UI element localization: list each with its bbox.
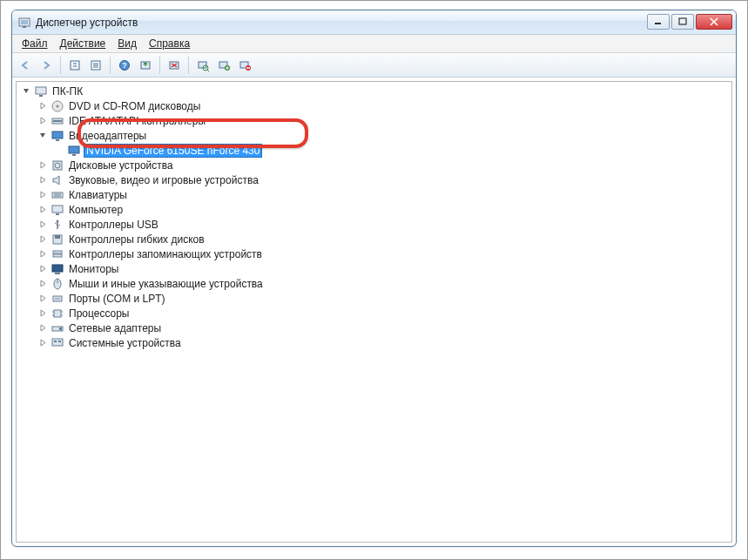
back-button[interactable] [16, 56, 35, 75]
svg-rect-54 [53, 254, 62, 257]
expand-icon[interactable] [38, 160, 48, 170]
show-hidden-button[interactable] [65, 56, 84, 75]
svg-rect-42 [52, 192, 63, 198]
svg-rect-46 [56, 213, 59, 215]
tree-category[interactable]: IDE ATA/ATAPI контроллеры [17, 113, 731, 128]
tree-category[interactable]: Мыши и иные указывающие устройства [17, 276, 731, 291]
tree-category[interactable]: Видеоадаптеры [17, 128, 731, 143]
tree-category[interactable]: Сетевые адаптеры [17, 320, 731, 335]
maximize-button[interactable] [671, 14, 694, 30]
svg-rect-2 [23, 26, 26, 28]
toolbar-separator [60, 57, 61, 74]
svg-point-33 [57, 105, 59, 107]
expand-icon[interactable] [38, 249, 48, 259]
svg-rect-4 [679, 18, 686, 24]
mouse-icon [51, 277, 64, 291]
tree-item-label: IDE ATA/ATAPI контроллеры [67, 115, 207, 127]
tree-category[interactable]: Клавиатуры [17, 187, 731, 202]
svg-rect-72 [58, 341, 61, 342]
collapse-icon[interactable] [22, 86, 31, 96]
tree-root[interactable]: ПК-ПК [17, 84, 731, 98]
tree-item-label: Мониторы [67, 263, 120, 275]
tree-device[interactable]: NVIDIA GeForce 6150SE nForce 430 [17, 143, 731, 158]
tree-category[interactable]: Звуковые, видео и игровые устройства [17, 172, 731, 187]
tree-item-label: Контроллеры USB [67, 219, 160, 231]
tree-item-label: Мыши и иные указывающие устройства [67, 278, 265, 290]
svg-rect-39 [72, 154, 76, 156]
keyboard-icon [51, 188, 64, 202]
tree-item-label: Компьютер [67, 204, 125, 216]
menu-view[interactable]: Вид [111, 36, 143, 51]
toolbar-separator [188, 57, 189, 74]
expand-icon[interactable] [38, 175, 48, 185]
tree-item-label: Контроллеры запоминающих устройств [67, 248, 264, 260]
tree-category[interactable]: Дисковые устройства [17, 158, 731, 172]
toolbar: ? [12, 53, 736, 78]
device-tree[interactable]: ПК-ПКDVD и CD-ROM дисководыIDE ATA/ATAPI… [17, 84, 731, 350]
ide-icon [51, 114, 64, 128]
minimize-button[interactable] [647, 14, 670, 30]
svg-rect-52 [55, 235, 60, 239]
titlebar[interactable]: Диспетчер устройств [12, 10, 736, 35]
expand-icon[interactable] [38, 338, 48, 347]
expand-icon[interactable] [38, 293, 48, 303]
tree-item-label: Звуковые, видео и игровые устройства [67, 174, 260, 186]
scan-hardware-button[interactable] [193, 56, 212, 75]
svg-line-22 [207, 70, 209, 71]
menu-action[interactable]: Действие [54, 36, 112, 51]
properties-button[interactable] [86, 56, 105, 75]
storage-icon [51, 247, 64, 261]
tree-category[interactable]: Процессоры [17, 306, 731, 320]
tree-category[interactable]: DVD и CD-ROM дисководы [17, 98, 731, 113]
expand-icon[interactable] [38, 101, 48, 111]
expand-icon[interactable] [38, 323, 48, 333]
window-title: Диспетчер устройств [36, 17, 645, 29]
tree-item-label: Процессоры [67, 307, 131, 320]
network-icon [51, 321, 64, 335]
tree-category[interactable]: Порты (COM и LPT) [17, 291, 731, 306]
expand-icon[interactable] [38, 219, 48, 229]
svg-rect-56 [55, 273, 60, 274]
tree-item-label: Клавиатуры [67, 189, 129, 201]
tree-item-label: NVIDIA GeForce 6150SE nForce 430 [84, 144, 262, 158]
update-driver-button[interactable] [136, 56, 155, 75]
computer-icon [34, 84, 48, 98]
expand-icon[interactable] [38, 116, 48, 125]
outer-frame: Диспетчер устройств Файл Действие Вид Сп… [0, 0, 748, 560]
collapse-icon[interactable] [38, 131, 48, 140]
expand-icon[interactable] [38, 234, 48, 244]
tree-category[interactable]: Мониторы [17, 261, 731, 276]
device-tree-panel[interactable]: ПК-ПКDVD и CD-ROM дисководыIDE ATA/ATAPI… [16, 81, 732, 543]
add-legacy-button[interactable] [214, 56, 233, 75]
svg-rect-53 [53, 251, 62, 253]
tree-category[interactable]: Компьютер [17, 202, 731, 217]
disc-icon [51, 99, 64, 113]
disable-button[interactable] [235, 56, 254, 75]
expand-icon[interactable] [38, 205, 48, 214]
forward-button[interactable] [37, 56, 56, 75]
expand-icon[interactable] [38, 279, 48, 288]
help-button[interactable]: ? [115, 56, 134, 75]
uninstall-button[interactable] [165, 56, 184, 75]
disk-icon [51, 159, 64, 172]
svg-rect-45 [52, 206, 63, 213]
menu-file[interactable]: Файл [16, 36, 54, 51]
tree-category[interactable]: Контроллеры USB [17, 217, 731, 232]
tree-category[interactable]: Системные устройства [17, 335, 731, 350]
tree-category[interactable]: Контроллеры запоминающих устройств [17, 246, 731, 261]
svg-point-60 [55, 298, 57, 300]
port-icon [51, 292, 64, 306]
close-button[interactable] [696, 14, 732, 30]
tree-category[interactable]: Контроллеры гибких дисков [17, 232, 731, 246]
window-controls [645, 14, 732, 31]
svg-rect-38 [69, 146, 79, 153]
svg-rect-70 [52, 339, 63, 346]
expand-icon[interactable] [38, 308, 48, 318]
usb-icon [51, 218, 64, 232]
menu-help[interactable]: Справка [143, 36, 196, 51]
expand-icon[interactable] [38, 190, 48, 199]
device-manager-window: Диспетчер устройств Файл Действие Вид Сп… [11, 10, 737, 547]
svg-rect-55 [52, 265, 63, 272]
expand-icon[interactable] [38, 264, 48, 273]
svg-rect-71 [54, 341, 57, 342]
